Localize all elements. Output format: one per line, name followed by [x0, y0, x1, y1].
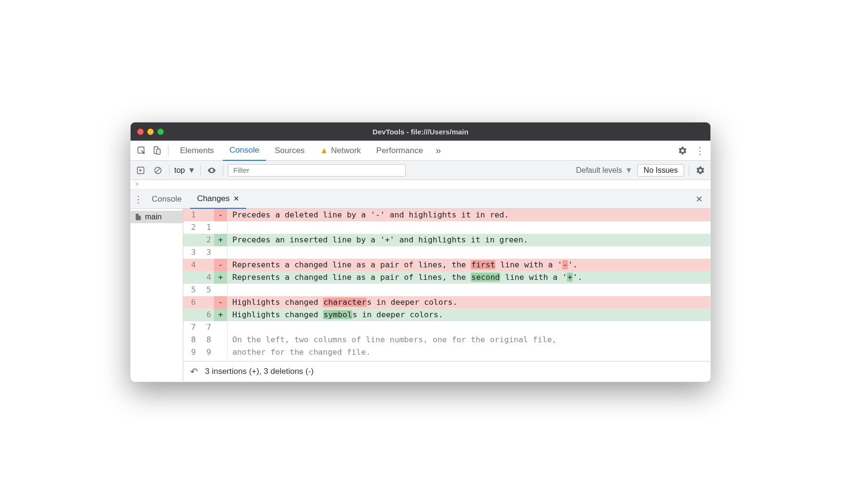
drawer-tabs: ⋮ Console Changes ✕ ✕: [131, 190, 710, 209]
log-levels-select[interactable]: Default levels ▼: [576, 166, 633, 175]
main-toolbar: Elements Console Sources ▲ Network Perfo…: [131, 141, 710, 161]
diff-code: Represents a changed line as a pair of l…: [228, 271, 710, 284]
line-number-new: 4: [199, 271, 214, 284]
line-number-old: [183, 271, 199, 284]
diff-sign: -: [214, 259, 228, 271]
issues-button[interactable]: No Issues: [637, 164, 684, 177]
tab-performance[interactable]: Performance: [370, 141, 430, 161]
diff-code: [228, 246, 710, 259]
diff-line: 6+Highlights changed symbols in deeper c…: [183, 309, 710, 321]
diff-sign: [214, 346, 228, 359]
context-selector[interactable]: top ▼: [174, 166, 195, 175]
diff-line: 55: [183, 284, 710, 296]
more-tabs-button[interactable]: »: [432, 144, 445, 157]
inspect-element-icon[interactable]: [134, 144, 148, 157]
svg-rect-2: [156, 149, 160, 154]
line-number-old: [183, 309, 199, 321]
diff-line: 21: [183, 221, 710, 234]
line-number-new: 5: [199, 284, 214, 296]
tab-console[interactable]: Console: [223, 141, 266, 161]
window-controls: [137, 129, 164, 135]
line-number-new: [199, 209, 214, 221]
window-title: DevTools - file:///Users/main: [131, 128, 710, 136]
maximize-window-button[interactable]: [157, 129, 164, 135]
diff-code: [228, 321, 710, 334]
drawer-tab-console[interactable]: Console: [145, 190, 188, 209]
line-number-old: 9: [183, 346, 199, 359]
diff-sign: +: [214, 271, 228, 284]
settings-gear-icon[interactable]: [678, 146, 691, 156]
diff-code: Precedes a deleted line by a '-' and hig…: [228, 209, 710, 221]
line-number-new: 6: [199, 309, 214, 321]
diff-sign: [214, 334, 228, 346]
diff-sign: [214, 321, 228, 334]
clear-console-icon[interactable]: [152, 164, 164, 177]
diff-code: another for the changed file.: [228, 346, 710, 359]
line-number-old: 6: [183, 296, 199, 309]
diff-line: 4-Represents a changed line as a pair of…: [183, 259, 710, 271]
diff-line: 88On the left, two columns of line numbe…: [183, 334, 710, 346]
diff-sign: +: [214, 309, 228, 321]
line-number-old: 7: [183, 321, 199, 334]
diff-line: 33: [183, 246, 710, 259]
diff-sign: [214, 284, 228, 296]
svg-line-5: [156, 168, 160, 172]
device-toggle-icon[interactable]: [150, 144, 163, 157]
console-settings-gear-icon[interactable]: [694, 164, 707, 177]
changes-file-list: main: [131, 209, 183, 382]
revert-icon[interactable]: ↶: [190, 366, 198, 377]
warning-icon: ▲: [320, 146, 328, 156]
minimize-window-button[interactable]: [147, 129, 154, 135]
tab-sources[interactable]: Sources: [268, 141, 311, 161]
diff-line: 6-Highlights changed characters in deepe…: [183, 296, 710, 309]
diff-code: Highlights changed symbols in deeper col…: [228, 309, 710, 321]
chevron-down-icon: ▼: [188, 166, 195, 175]
line-number-new: 7: [199, 321, 214, 334]
tab-elements[interactable]: Elements: [173, 141, 221, 161]
console-prompt[interactable]: ›: [131, 180, 710, 190]
diff-code: Represents a changed line as a pair of l…: [228, 259, 710, 271]
execute-icon[interactable]: [134, 164, 147, 177]
diff-code: Precedes an inserted line by a '+' and h…: [228, 234, 710, 246]
devtools-window: DevTools - file:///Users/main Elements C…: [130, 122, 711, 382]
changes-summary: 3 insertions (+), 3 deletions (-): [205, 367, 313, 376]
diff-line: 77: [183, 321, 710, 334]
close-tab-icon[interactable]: ✕: [233, 194, 240, 203]
more-menu-icon[interactable]: ⋮: [693, 145, 707, 156]
console-filter-bar: top ▼ Default levels ▼ No Issues: [131, 161, 710, 180]
chevron-down-icon: ▼: [625, 166, 633, 175]
line-number-new: 2: [199, 234, 214, 246]
live-expression-icon[interactable]: [205, 164, 218, 177]
line-number-old: 4: [183, 259, 199, 271]
diff-sign: -: [214, 209, 228, 221]
diff-sign: -: [214, 296, 228, 309]
diff-sign: [214, 221, 228, 234]
drawer-menu-icon[interactable]: ⋮: [133, 193, 143, 205]
file-icon: [134, 213, 142, 221]
titlebar: DevTools - file:///Users/main: [131, 122, 710, 141]
diff-line: 4+Represents a changed line as a pair of…: [183, 271, 710, 284]
line-number-old: 8: [183, 334, 199, 346]
diff-sign: [214, 246, 228, 259]
changed-file-item[interactable]: main: [131, 211, 183, 223]
diff-line: 2+Precedes an inserted line by a '+' and…: [183, 234, 710, 246]
line-number-new: 3: [199, 246, 214, 259]
close-drawer-icon[interactable]: ✕: [696, 194, 708, 204]
line-number-new: 1: [199, 221, 214, 234]
file-name: main: [145, 213, 162, 221]
diff-line: 1-Precedes a deleted line by a '-' and h…: [183, 209, 710, 221]
diff-code: On the left, two columns of line numbers…: [228, 334, 710, 346]
line-number-old: 1: [183, 209, 199, 221]
line-number-old: 5: [183, 284, 199, 296]
line-number-new: [199, 296, 214, 309]
line-number-new: [199, 259, 214, 271]
filter-input[interactable]: [228, 164, 406, 177]
tab-network[interactable]: ▲ Network: [313, 141, 368, 161]
line-number-old: 2: [183, 221, 199, 234]
changes-footer: ↶ 3 insertions (+), 3 deletions (-): [183, 361, 710, 382]
close-window-button[interactable]: [137, 129, 144, 135]
diff-view[interactable]: 1-Precedes a deleted line by a '-' and h…: [183, 209, 710, 361]
changes-panel: main 1-Precedes a deleted line by a '-' …: [131, 209, 710, 382]
line-number-new: 9: [199, 346, 214, 359]
drawer-tab-changes[interactable]: Changes ✕: [190, 190, 246, 209]
